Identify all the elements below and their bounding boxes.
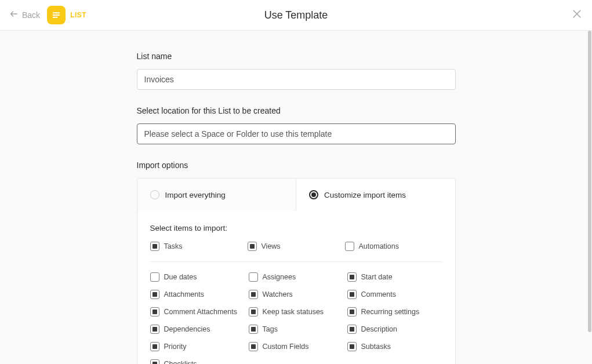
list-name-input[interactable] (137, 69, 456, 90)
checkbox-unchecked-icon (150, 272, 159, 282)
import.grid_items-label: Tags (263, 325, 278, 333)
checkbox-checked-icon (150, 359, 159, 364)
checkbox-checked-icon (150, 325, 159, 334)
back-label: Back (22, 10, 40, 20)
checkbox-checked-icon (347, 325, 357, 334)
import.top_items-item[interactable]: Tasks (150, 242, 248, 251)
checkbox-checked-icon (150, 307, 159, 316)
import-items-title: Select items to import: (150, 224, 442, 232)
import-top-row: TasksViewsAutomations (150, 242, 442, 251)
import-items-panel: Select items to import: TasksViewsAutoma… (137, 211, 456, 364)
divider (150, 261, 442, 262)
import.grid_items-item[interactable]: Tags (249, 325, 347, 334)
import.grid_items-label: Keep task statuses (263, 308, 324, 316)
import-everything-option[interactable]: Import everything (137, 179, 297, 211)
import.grid_items-label: Assignees (263, 273, 296, 281)
import.grid_items-label: Due dates (164, 273, 197, 281)
radio-unchecked-icon (150, 190, 159, 199)
import.grid_items-label: Subtasks (361, 343, 391, 351)
back-button[interactable]: Back (9, 9, 40, 21)
location-placeholder: Please select a Space or Folder to use t… (144, 129, 332, 139)
import.top_items-item[interactable]: Views (248, 242, 345, 251)
import.grid_items-item[interactable]: Custom Fields (249, 342, 347, 351)
import.grid_items-label: Comment Attachments (164, 308, 237, 316)
checkbox-checked-icon (248, 242, 257, 251)
arrow-left-icon (9, 9, 19, 21)
import.grid_items-item[interactable]: Attachments (150, 290, 249, 299)
import-items-grid: Due datesAssigneesStart dateAttachmentsW… (150, 272, 442, 364)
close-button[interactable] (571, 8, 583, 22)
scrollbar-track[interactable] (587, 31, 592, 364)
import.top_items-label: Automations (359, 242, 399, 250)
checkbox-checked-icon (249, 307, 258, 316)
location-label: Select location for this List to be crea… (137, 106, 456, 115)
scrollbar-thumb[interactable] (588, 31, 591, 332)
checkbox-checked-icon (347, 272, 357, 282)
location-field: Select location for this List to be crea… (137, 106, 456, 144)
import.grid_items-label: Dependencies (164, 325, 210, 333)
import.grid_items-item[interactable]: Priority (150, 342, 249, 351)
modal-header: Back LIST Use Template (0, 0, 592, 31)
checkbox-checked-icon (347, 342, 357, 351)
list-name-label: List name (137, 52, 456, 61)
import.grid_items-label: Description (361, 325, 398, 333)
form-container: List name Select location for this List … (137, 31, 456, 364)
checkbox-checked-icon (249, 342, 258, 351)
import.grid_items-item[interactable]: Recurring settings (347, 307, 446, 316)
checkbox-unchecked-icon (249, 272, 258, 282)
import.grid_items-item[interactable]: Comments (347, 290, 446, 299)
checkbox-checked-icon (150, 342, 159, 351)
checkbox-unchecked-icon (345, 242, 354, 251)
import.top_items-label: Tasks (164, 242, 183, 250)
import.grid_items-label: Custom Fields (263, 343, 309, 351)
list-badge: LIST (47, 6, 86, 24)
checkbox-checked-icon (150, 242, 159, 251)
checkbox-checked-icon (249, 325, 258, 334)
list-badge-label: LIST (70, 11, 86, 19)
checkbox-checked-icon (347, 307, 357, 316)
location-select[interactable]: Please select a Space or Folder to use t… (137, 123, 456, 144)
radio-checked-icon (309, 190, 318, 199)
import.grid_items-label: Start date (361, 273, 393, 281)
import.grid_items-label: Checklists (164, 360, 197, 364)
import.grid_items-item[interactable]: Dependencies (150, 325, 249, 334)
import-options-label: Import options (137, 161, 456, 170)
import.top_items-item[interactable]: Automations (345, 242, 442, 251)
import.grid_items-label: Attachments (164, 290, 204, 299)
checkbox-checked-icon (249, 290, 258, 299)
list-icon (47, 6, 66, 24)
import-mode-row: Import everything Customize import items (137, 178, 456, 211)
import.grid_items-label: Recurring settings (361, 308, 420, 316)
checkbox-checked-icon (347, 290, 357, 299)
import.grid_items-item[interactable]: Keep task statuses (249, 307, 347, 316)
import-options-section: Import options Import everything Customi… (137, 161, 456, 364)
checkbox-checked-icon (150, 290, 159, 299)
close-icon (571, 12, 583, 21)
import.grid_items-item[interactable]: Description (347, 325, 446, 334)
import-everything-label: Import everything (165, 191, 226, 199)
import.grid_items-item[interactable]: Assignees (249, 272, 347, 282)
import.grid_items-item[interactable]: Comment Attachments (150, 307, 249, 316)
import.grid_items-item[interactable]: Checklists (150, 359, 249, 364)
import.grid_items-item[interactable]: Due dates (150, 272, 249, 282)
modal-body: List name Select location for this List … (0, 31, 592, 364)
customize-import-label: Customize import items (324, 191, 406, 199)
import.grid_items-label: Priority (164, 343, 187, 351)
import.grid_items-item[interactable]: Watchers (249, 290, 347, 299)
import.grid_items-item[interactable]: Start date (347, 272, 446, 282)
import.top_items-label: Views (262, 242, 281, 250)
customize-import-option[interactable]: Customize import items (296, 179, 455, 211)
import.grid_items-label: Comments (361, 290, 396, 299)
modal-title: Use Template (264, 9, 328, 21)
import.grid_items-item[interactable]: Subtasks (347, 342, 446, 351)
list-name-field: List name (137, 52, 456, 90)
import.grid_items-label: Watchers (263, 290, 293, 299)
